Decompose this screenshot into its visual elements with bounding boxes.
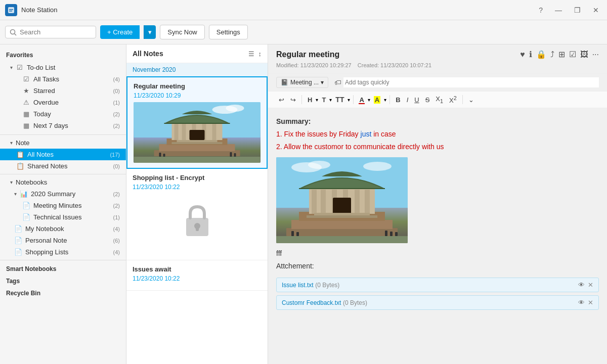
strikethrough-button[interactable]: S [423,95,432,105]
heading-dropdown[interactable]: ▾ [316,97,318,103]
attachment-2-view-icon[interactable]: 👁 [578,299,585,306]
titlebar-controls: ? — ❐ ✕ [536,5,602,15]
tag-input[interactable] [343,77,599,87]
note-date-shopping: 11/23/2020 10:22 [133,184,262,191]
svg-rect-28 [196,226,199,231]
sidebar-item-note-section[interactable]: ▾ Note [0,137,126,149]
share-icon[interactable]: ⤴ [550,50,554,59]
info-icon[interactable]: ℹ [529,50,532,59]
sort-icon[interactable]: ↕ [258,50,262,58]
smart-notebooks-section[interactable]: Smart Notebooks [0,262,126,275]
font-color-dropdown[interactable]: ▾ [368,97,370,103]
textsize-dropdown[interactable]: ▾ [348,97,350,103]
sidebar-item-todo[interactable]: ▾ ☑ To-do List [0,62,126,73]
shared-notes-icon: 📋 [16,162,24,170]
line2-content: 2. Allow the customor to communicate dir… [276,143,444,151]
note-list: All Notes ☰ ↕ November 2020 Regular meet… [126,44,268,364]
search-box[interactable] [5,26,96,38]
sidebar-item-next7[interactable]: ▦ Next 7 days (2) [0,120,126,131]
attachment-1[interactable]: Issue list.txt (0 Bytes) 👁 ✕ [276,278,599,292]
superscript-button[interactable]: X2 [447,94,459,106]
create-button[interactable]: + Create [100,25,140,39]
sidebar-item-notebooks[interactable]: ▾ Notebooks [0,176,126,188]
svg-rect-51 [395,232,398,236]
note-card-regular-meeting[interactable]: Regular meeting 11/23/2020 10:29 [126,76,268,169]
heart-icon[interactable]: ♥ [520,50,525,59]
attachment-2[interactable]: Customr Feedback.txt (0 Bytes) 👁 ✕ [276,295,599,310]
all-tasks-icon: ☑ [22,75,30,83]
sidebar-item-overdue[interactable]: ⚠ Overdue (1) [0,97,126,108]
subscript-button[interactable]: X1 [433,94,446,106]
image-icon[interactable]: 🖼 [580,50,588,59]
restore-button[interactable]: ❐ [571,5,584,15]
more-icon[interactable]: ··· [592,50,599,59]
svg-rect-41 [355,190,360,214]
svg-rect-37 [312,190,317,214]
sidebar-item-2020[interactable]: ▾ 📊 2020 Summary (2) [0,188,126,200]
redo-button[interactable]: ↪ [288,95,298,105]
attachment-2-actions: 👁 ✕ [578,299,593,306]
italic-button[interactable]: I [404,95,411,105]
list-view-icon[interactable]: ☰ [248,50,254,58]
note-lock-shopping [133,194,262,255]
checkbox-icon[interactable]: ☑ [569,50,576,59]
my-notebook-icon: 📄 [14,225,22,233]
search-input[interactable] [20,28,85,36]
sidebar-item-today[interactable]: ▦ Today (2) [0,108,126,120]
svg-rect-0 [8,7,14,13]
underline-button[interactable]: U [412,95,421,105]
star-icon: ★ [22,87,30,95]
sidebar-item-all-tasks[interactable]: ☑ All Tasks (4) [0,73,126,85]
note-list-title: All Notes [133,50,163,58]
note-card-shopping[interactable]: Shopping list - Encrypt 11/23/2020 10:22 [126,169,268,260]
svg-point-7 [226,105,244,112]
note-card-issues[interactable]: Issues await 11/23/2020 10:22 [126,260,268,291]
sidebar-item-starred[interactable]: ★ Starred (0) [0,85,126,97]
bold-button[interactable]: B [393,95,403,105]
font-color-button[interactable]: A [357,95,366,105]
tag-icon: 🏷 [334,78,341,86]
search-icon [10,29,17,36]
help-button[interactable]: ? [536,5,546,15]
notebook-icon[interactable]: ⊞ [558,50,565,59]
recycle-section[interactable]: Recycle Bin [0,287,126,299]
undo-button[interactable]: ↩ [276,95,287,105]
titlebar-left: Note Station [5,4,58,16]
sidebar-item-shared-notes[interactable]: 📋 Shared Notes (0) [0,160,126,172]
close-button[interactable]: ✕ [590,5,602,15]
editor-header: Regular meeting ♥ ℹ 🔒 ⤴ ⊞ ☑ 🖼 ··· Modifi… [268,44,607,74]
notebook-2020-label: 2020 Summary [31,190,75,198]
sidebar-item-all-notes[interactable]: 📋 All Notes (17) [0,149,126,160]
textsize-button[interactable]: TT [333,94,346,105]
svg-rect-33 [286,228,398,236]
notebook-selector[interactable]: 📓 Meeting ... ▾ [276,77,328,88]
attachment-2-close-icon[interactable]: ✕ [588,299,593,306]
lock-icon[interactable]: 🔒 [536,50,546,59]
minimize-button[interactable]: — [552,5,565,15]
create-arrow-button[interactable]: ▾ [144,25,156,39]
tags-section[interactable]: Tags [0,275,126,287]
sync-button[interactable]: Sync Now [160,25,205,39]
attachment-1-view-icon[interactable]: 👁 [578,281,585,289]
sidebar-item-shopping[interactable]: 📄 Shopping Lists (4) [0,246,126,258]
heading-button[interactable]: H [305,95,315,105]
sidebar-item-personal[interactable]: 📄 Personal Note (6) [0,235,126,246]
svg-rect-20 [172,142,223,144]
highlight-button[interactable]: A [371,95,383,105]
sidebar-item-my-notebook[interactable]: 📄 My Notebook (4) [0,223,126,235]
text-button[interactable]: T [319,95,328,105]
technical-icon: 📄 [22,213,30,221]
svg-rect-48 [296,232,299,236]
highlight-dropdown[interactable]: ▾ [384,97,386,103]
sidebar-item-technical[interactable]: 📄 Technical Issues (1) [0,211,126,223]
notebook-2020-count: (2) [113,191,120,197]
more-format-button[interactable]: ⌄ [466,95,476,105]
svg-rect-47 [291,231,294,236]
settings-button[interactable]: Settings [209,25,248,39]
svg-rect-18 [190,130,205,140]
shopping-label: Shopping Lists [25,248,68,256]
attachment-1-close-icon[interactable]: ✕ [588,281,593,289]
sidebar-item-meeting[interactable]: 📄 Meeting Minutes (2) [0,200,126,211]
text-dropdown[interactable]: ▾ [329,97,332,103]
all-tasks-count: (4) [113,76,120,82]
